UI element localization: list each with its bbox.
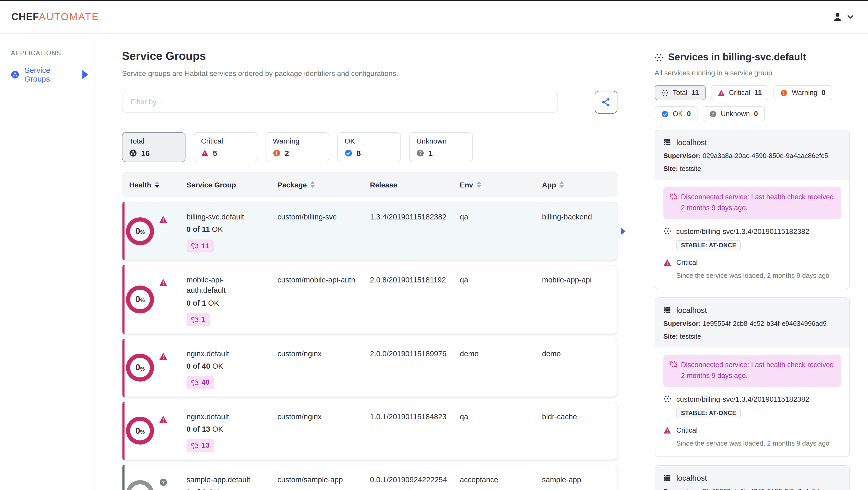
sort-arrows-icon <box>155 181 159 188</box>
sidebar-item-service-groups[interactable]: Service Groups <box>11 66 89 83</box>
services-icon <box>663 395 671 403</box>
svg-text:?: ? <box>712 111 714 117</box>
host-card-body: Disconnected service: Last health check … <box>655 180 849 289</box>
health-donut: 0% <box>126 217 154 245</box>
broken-link-icon <box>670 193 677 200</box>
top-navigation-bar: CHEFAUTOMATE <box>0 1 868 34</box>
health-donut: 0% <box>126 417 154 445</box>
status-count: 16 <box>141 149 150 158</box>
service-host-card: localhost Supervisor: 2fb65869-de1b-4341… <box>655 465 850 490</box>
column-header: Service Group <box>187 181 277 189</box>
host-name: localhost <box>676 306 707 315</box>
server-icon <box>663 474 671 482</box>
host-name: localhost <box>676 138 707 146</box>
critical-icon <box>201 149 209 157</box>
caret-right-icon <box>81 70 89 79</box>
supervisor-line: Supervisor: 1e95554f-2cb8-4c52-b34f-e946… <box>663 320 841 327</box>
panel-subtitle: All services running in a service group. <box>655 69 858 77</box>
unknown-icon: ? <box>416 149 424 157</box>
chef-automate-logo[interactable]: CHEFAUTOMATE <box>11 11 99 23</box>
disconnected-count-badge: 40 <box>187 376 214 389</box>
column-header[interactable]: Health <box>122 181 187 189</box>
user-menu[interactable] <box>832 12 857 22</box>
critical-icon <box>718 89 725 96</box>
column-header[interactable]: Env <box>460 181 542 189</box>
row-open-caret[interactable] <box>621 228 626 234</box>
column-header[interactable]: Package <box>277 181 370 189</box>
critical-icon <box>159 415 167 423</box>
package-cell: custom/nginx <box>277 402 370 460</box>
status-filter-card[interactable]: Unknown ? 1 <box>409 132 473 162</box>
filter-input[interactable] <box>122 91 558 112</box>
service-group-cell: mobile-api-auth.default 0 of 1 OK 1 <box>187 265 277 333</box>
server-icon <box>663 306 671 314</box>
service-group-row[interactable]: 0% ? sample-app.default 0 of 1 OK 1 cust… <box>122 465 617 490</box>
env-cell: qa <box>460 202 542 260</box>
health-since: Since the service was loaded, 2 months 9… <box>676 271 841 279</box>
health-donut: 0% <box>126 480 154 490</box>
service-group-name: nginx.default <box>187 348 262 359</box>
status-filter-card[interactable]: OK 8 <box>337 132 401 162</box>
broken-link-icon <box>670 360 677 368</box>
pill-count: 0 <box>754 110 758 118</box>
status-count: 5 <box>213 149 217 158</box>
supervisor-line: Supervisor: 2fb65869-de1b-4341-8150-3f8a… <box>663 487 841 490</box>
table-header: Health Service Group Package Release Env… <box>122 172 617 197</box>
app-cell: billing-backend <box>542 202 617 260</box>
disconnected-count-badge: 13 <box>187 439 214 452</box>
page-title: Service Groups <box>122 50 617 63</box>
package-cell: custom/mobile-api-auth <box>277 265 370 333</box>
disconnected-alert: Disconnected service: Last health check … <box>663 355 841 387</box>
app-cell: mobile-app-api <box>542 265 617 333</box>
panel-title: Services in billing-svc.default <box>655 52 858 63</box>
release-cell: 1.3.4/20190115182382 <box>370 202 460 260</box>
ok-ratio: 0 of 13 OK <box>187 424 262 434</box>
release-cell: 1.0.1/20190115184823 <box>370 402 460 460</box>
service-host-card: localhost Supervisor: 029a3a8a-20ac-4590… <box>655 130 850 289</box>
chevron-down-icon <box>847 15 854 19</box>
share-icon <box>601 98 611 107</box>
package-cell: custom/sample-app <box>277 465 370 490</box>
site-line: Site: testsite <box>663 332 841 340</box>
service-group-row[interactable]: 0% billing-svc.default 0 of 11 OK 11 cus… <box>122 202 617 260</box>
panel-status-pill[interactable]: Warning 0 <box>774 85 832 100</box>
panel-status-pill[interactable]: Critical 11 <box>711 85 769 100</box>
sort-arrows-icon <box>311 181 315 188</box>
critical-icon <box>159 352 167 360</box>
status-filter-card[interactable]: Total 16 <box>122 132 185 162</box>
share-button[interactable] <box>595 91 617 113</box>
column-header[interactable]: App <box>542 181 617 189</box>
service-group-row[interactable]: 0% nginx.default 0 of 13 OK 13 custom/ng… <box>122 402 617 460</box>
ok-icon <box>661 110 669 118</box>
service-package: custom/billing-svc/1.3.4/20190115182382 <box>663 395 841 403</box>
health-donut: 0% <box>126 354 154 382</box>
status-filter-card[interactable]: Critical 5 <box>194 132 257 162</box>
health-donut: 0% <box>126 286 154 314</box>
service-health: Critical <box>663 259 841 266</box>
broken-link-icon <box>191 316 198 323</box>
sidebar-section-label: APPLICATIONS <box>11 50 89 57</box>
services-side-panel: Services in billing-svc.default All serv… <box>640 34 868 490</box>
service-group-row[interactable]: 0% nginx.default 0 of 40 OK 40 custom/ng… <box>122 338 617 397</box>
ok-ratio: 0 of 1 OK <box>187 298 262 308</box>
status-filter-card[interactable]: Warning 2 <box>266 132 329 162</box>
broken-link-icon <box>191 442 198 450</box>
filter-toolbar <box>122 91 617 113</box>
service-host-cards: localhost Supervisor: 029a3a8a-20ac-4590… <box>655 130 850 490</box>
panel-status-pill[interactable]: Total 11 <box>655 85 706 100</box>
service-group-cell: billing-svc.default 0 of 11 OK 11 <box>187 202 277 260</box>
service-group-cell: sample-app.default 0 of 1 OK 1 <box>187 465 277 490</box>
unknown-icon: ? <box>709 110 717 118</box>
service-health: Critical <box>663 426 841 434</box>
release-cell: 2.0.8/20190115181192 <box>370 265 460 333</box>
sidebar-items: Service Groups <box>11 66 89 83</box>
health-since: Since the service was loaded, 2 months 9… <box>676 439 841 447</box>
update-strategy-chip: STABLE: AT-ONCE <box>676 407 741 418</box>
panel-status-pill[interactable]: OK 0 <box>655 106 698 121</box>
svg-text:?: ? <box>419 151 422 156</box>
ok-icon <box>345 149 352 157</box>
panel-status-pill[interactable]: ? Unknown 0 <box>703 106 765 121</box>
service-package: custom/billing-svc/1.3.4/20190115182382 <box>663 227 841 235</box>
host-card-body: Disconnected service: Last health check … <box>655 348 849 456</box>
service-group-row[interactable]: 0% mobile-api-auth.default 0 of 1 OK 1 c… <box>122 265 617 334</box>
